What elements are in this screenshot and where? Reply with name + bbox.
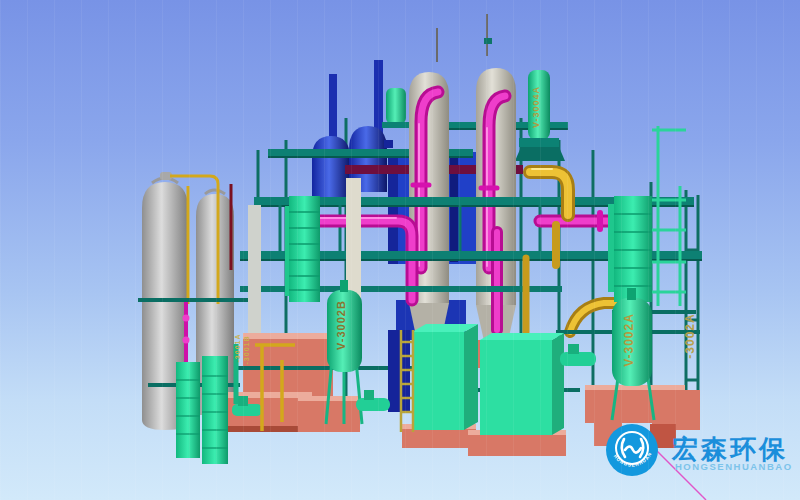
label-e3002a: -3002A [683, 313, 697, 358]
plate-exchanger-right [608, 126, 686, 306]
label-p3001a: -3001A [234, 334, 241, 363]
plate-exchanger-left [285, 196, 320, 302]
ivory-column [346, 178, 361, 300]
plant-3d-render: V-3004A [0, 0, 800, 500]
blue-vessels [306, 60, 393, 198]
green-drum-small [382, 88, 410, 128]
green-box-tanks [412, 324, 564, 435]
label-v3004a: V-3004A [531, 86, 541, 128]
label-v3002b: V-3002B [335, 300, 347, 350]
model-viewport[interactable]: V-3004A [0, 0, 800, 500]
plate-exchangers-bottom-left [176, 356, 228, 464]
vessel-v3004a: V-3004A [515, 70, 565, 161]
brand-name-cn: 宏森环保 [671, 434, 788, 464]
label-v3002a: V-3002A [622, 313, 636, 367]
brand-name-en: HONGSENHUANBAO [675, 461, 793, 472]
label-p3001b: -3001B [243, 336, 250, 365]
